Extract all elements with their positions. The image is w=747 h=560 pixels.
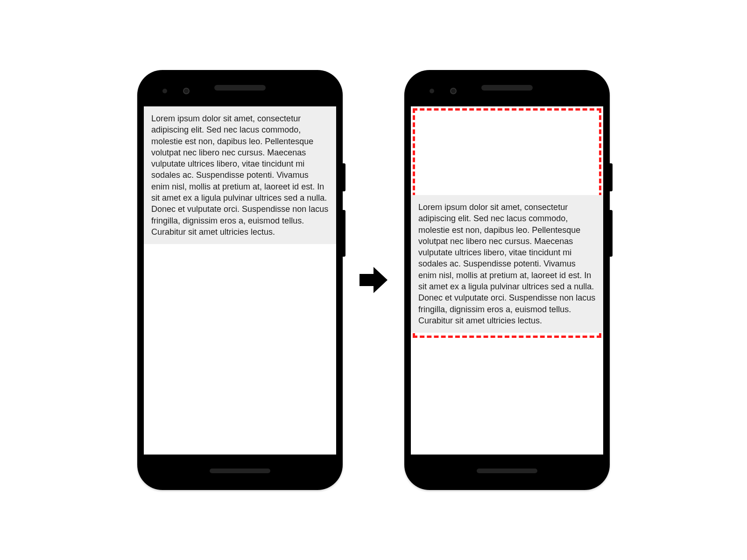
diagram-stage: Lorem ipsum dolor sit amet, consectetur … [137, 70, 610, 490]
phone-inner: Lorem ipsum dolor sit amet, consectetur … [144, 77, 336, 483]
speaker-icon [210, 469, 270, 473]
phone-screen-before: Lorem ipsum dolor sit amet, consectetur … [144, 106, 336, 455]
content-text: Lorem ipsum dolor sit amet, consectetur … [411, 195, 603, 333]
speaker-icon [481, 85, 533, 91]
arrow-icon [359, 267, 388, 293]
phone-bottom-bezel [411, 455, 603, 483]
sensor-icon [162, 89, 167, 93]
speaker-icon [477, 469, 537, 473]
phone-screen-after: Lorem ipsum dolor sit amet, consectetur … [411, 106, 603, 455]
camera-icon [450, 88, 457, 94]
speaker-icon [214, 85, 266, 91]
camera-icon [183, 88, 190, 94]
phone-mockup-before: Lorem ipsum dolor sit amet, consectetur … [137, 70, 343, 490]
phone-bottom-bezel [144, 455, 336, 483]
phone-top-bezel [144, 77, 336, 106]
phone-mockup-after: Lorem ipsum dolor sit amet, consectetur … [404, 70, 610, 490]
sensor-icon [430, 89, 434, 93]
content-text: Lorem ipsum dolor sit amet, consectetur … [144, 106, 336, 244]
phone-inner: Lorem ipsum dolor sit amet, consectetur … [411, 77, 603, 483]
phone-top-bezel [411, 77, 603, 106]
